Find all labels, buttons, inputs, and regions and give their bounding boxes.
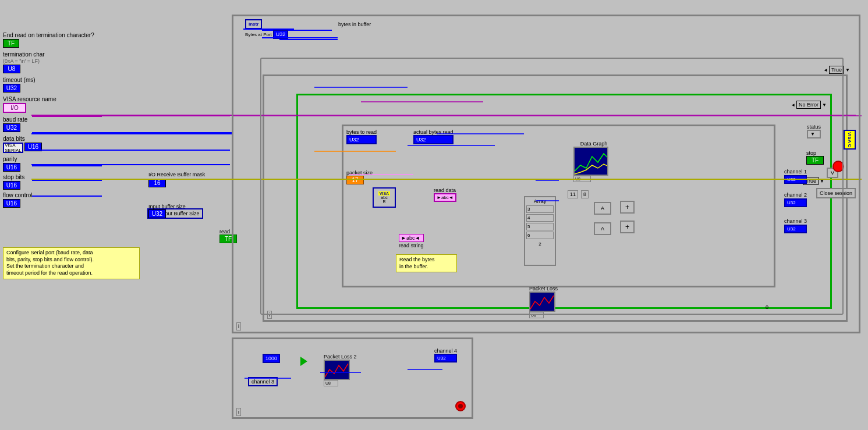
instr-label: Instr <box>249 22 258 27</box>
visa-io[interactable]: I/O <box>3 103 26 113</box>
packet-size-val[interactable]: 17 <box>346 176 364 184</box>
packet-loss2-label: Packet Loss 2 <box>324 354 357 360</box>
bytes-port-label: Bytes at Port <box>245 32 272 37</box>
math-block-2: A <box>594 222 611 235</box>
packet-loss-u8: U8 <box>529 312 544 318</box>
array-val-5: 5 <box>526 223 554 230</box>
channel2-block: channel 2 U32 <box>784 191 807 207</box>
packet-size-block: packet size 17 <box>346 170 373 187</box>
input-buffer-u32[interactable]: U32 <box>148 209 166 218</box>
data-graph-u8: U8 <box>573 176 591 182</box>
bottom-frame: 1000 channel 3 Packet Loss 2 U8 channel … <box>232 337 473 419</box>
timeout-u32[interactable]: U32 <box>3 84 20 93</box>
plus-block-2: + <box>620 221 635 233</box>
packet-loss-label: Packet Loss <box>529 286 558 292</box>
parity-label: parity <box>3 156 128 162</box>
term-char-u8[interactable]: U8 <box>3 65 20 73</box>
plus-block-1: + <box>620 201 635 214</box>
array-val-6: 6 <box>526 232 554 239</box>
channel3-block: channel 3 U32 <box>784 218 807 233</box>
left-panel: End read on termination character? TF te… <box>3 32 128 211</box>
stop-button-bottom[interactable] <box>455 401 466 411</box>
value-block-11-8: 11 8 <box>568 190 589 198</box>
actual-bytes-u32[interactable]: U32 <box>413 135 454 144</box>
channel1-u32[interactable]: U32 <box>784 175 807 184</box>
read-bytes-comment: Read the bytes in the buffer. <box>396 254 457 272</box>
val-8: 8 <box>581 190 589 198</box>
io-buffer-label: I/O Receive Buffer mask <box>148 172 205 177</box>
stop-circle[interactable] <box>832 161 844 172</box>
stop-tf[interactable]: TF <box>806 156 824 165</box>
inner-frame-3: bytes to read U32 actual bytes read U32 … <box>342 125 775 287</box>
read-data-block: read data ►abc◄ <box>434 187 456 202</box>
read-bytes-label: Read the bytes in the buffer. <box>399 257 435 269</box>
data-graph-icon[interactable] <box>573 147 608 176</box>
stop-block: stop TF <box>806 150 824 167</box>
comment-text: Configure Serial port (baud rate, data b… <box>6 250 94 276</box>
stop-bits-label: stop bits <box>3 174 128 180</box>
array-label: Array <box>525 198 555 204</box>
comment-box: Configure Serial port (baud rate, data b… <box>3 247 140 279</box>
bytes-in-buffer-label: bytes in buffer <box>338 21 371 27</box>
packet-loss2-block: Packet Loss 2 U8 <box>324 354 357 386</box>
true-selector-1[interactable]: ◄ True ▼ <box>823 66 850 74</box>
bytes-to-read-label: bytes to read <box>346 129 377 135</box>
val-11: 11 <box>568 190 578 198</box>
packet-size-label: packet size <box>346 170 373 176</box>
read-string-block: ►abc◄ read string <box>399 234 424 248</box>
close-session-label[interactable]: Close session <box>816 188 856 198</box>
end-read-tf[interactable]: TF <box>3 39 19 48</box>
bytes-to-read-block: bytes to read U32 <box>346 129 377 144</box>
channel3-in-block: channel 3 <box>248 377 278 386</box>
timeout-label: timeout (ms) <box>3 77 128 83</box>
read-string-val: ►abc◄ <box>399 234 424 242</box>
visa-read-block: VISA abc R <box>373 187 396 208</box>
read-string-label: read string <box>399 243 424 248</box>
term-char-label: termination char <box>3 51 128 58</box>
parity-u16[interactable]: U16 <box>3 163 20 172</box>
data-bits-u16[interactable]: U16 <box>24 143 42 151</box>
read-data-value[interactable]: ►abc◄ <box>434 193 456 202</box>
bytes-port-u32[interactable]: U32 <box>273 30 289 39</box>
val-1000[interactable]: 1000 <box>263 354 280 363</box>
packet-loss-icon[interactable] <box>529 292 555 312</box>
bytes-to-read-u32[interactable]: U32 <box>346 135 377 144</box>
status-block: status ▼ <box>807 124 821 138</box>
stop-button[interactable] <box>832 161 844 172</box>
flow-control-u16[interactable]: U16 <box>3 199 20 208</box>
actual-bytes-label: actual bytes read <box>413 129 454 135</box>
stop-bits-u16[interactable]: U16 <box>3 181 20 190</box>
input-buffer-block: Input buffer size U32 <box>148 204 186 221</box>
baud-label: baud rate <box>3 116 128 123</box>
packet-loss2-u8: U8 <box>324 380 338 386</box>
input-buffer-label: Input buffer size <box>148 204 186 209</box>
status-value: ▼ <box>807 130 821 138</box>
term-char-sub: (0xA = '\n' = LF) <box>3 58 128 64</box>
channel4-u32[interactable]: U32 <box>434 354 457 363</box>
frame-label-inner: i <box>267 311 272 319</box>
channel4-block: channel 4 U32 <box>434 348 457 363</box>
actual-bytes-block: actual bytes read U32 <box>413 129 454 144</box>
main-frame: i Instr Bytes at Port U32 bytes in buffe… <box>232 15 860 333</box>
read-data-label: read data <box>434 187 456 193</box>
frame-label-bottom: i <box>236 408 241 416</box>
baud-u32[interactable]: U32 <box>3 123 20 132</box>
packet-loss2-icon[interactable] <box>324 360 350 380</box>
channel2-u32[interactable]: U32 <box>784 198 807 207</box>
io-buffer-value[interactable]: 16 <box>148 179 166 187</box>
visa-out-icon: VISA C <box>844 130 856 150</box>
status-label: status <box>807 124 821 130</box>
end-read-label: End read on termination character? <box>3 32 128 38</box>
flow-control-label: flow control <box>3 192 128 198</box>
val-1000-block: 1000 <box>263 354 280 363</box>
instr-block: Instr Bytes at Port U32 <box>245 19 288 39</box>
array-val-3: 3 <box>526 205 554 213</box>
stop-circle-bottom[interactable] <box>455 401 466 411</box>
visa-out-block: VISA C <box>844 130 856 150</box>
channel3-label: channel 3 <box>784 218 807 224</box>
packet-loss-block: Packet Loss U8 <box>529 286 558 318</box>
channel3-in-label[interactable]: channel 3 <box>248 377 278 386</box>
channel1-label: channel 1 <box>784 169 807 175</box>
channel3-u32[interactable]: U32 <box>784 225 807 233</box>
arrow-block <box>300 357 307 366</box>
